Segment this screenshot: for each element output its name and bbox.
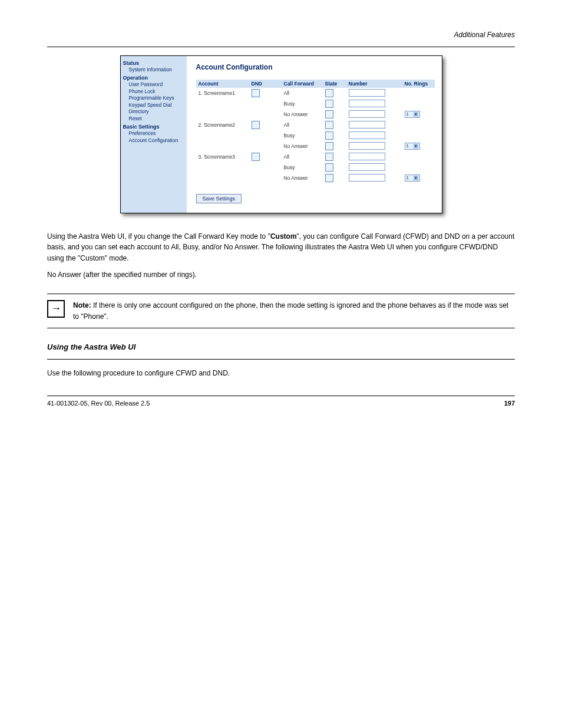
sidebar-item-directory[interactable]: Directory [129,108,184,115]
state-busy-checkbox[interactable] [325,131,333,140]
table-header-row: Account DND Call Forward State Number No… [196,80,435,88]
chevron-down-icon: ▾ [414,176,418,180]
col-call-forward: Call Forward [282,80,323,88]
sidebar-group-status: Status [123,60,184,67]
table-row: 2. Screenname2 All [196,120,435,130]
cfwd-all-label: All [282,88,323,98]
number-noanswer-input[interactable] [349,110,385,118]
cfwd-noanswer-label: No Answer [282,173,323,183]
account-config-screenshot: Status System Information Operation User… [120,55,442,213]
table-row: 1. Screenname1 All [196,88,435,98]
section-rule [47,359,515,360]
sidebar-group-basic-settings: Basic Settings [123,123,184,130]
section-header-text: Additional Features [47,29,515,41]
account-label: 3. Screenname3 [196,151,249,162]
sidebar-item-keypad-speed-dial[interactable]: Keypad Speed Dial [129,102,184,108]
chevron-down-icon: ▾ [414,144,418,149]
sidebar-item-preferences[interactable]: Preferences [129,130,184,137]
footer-left: 41-001302-05, Rev 00, Release 2.5 [47,400,150,407]
state-noanswer-checkbox[interactable] [325,142,333,150]
doc-para-answer: No Answer (after the specified number of… [47,269,515,281]
footer-page-number: 197 [504,400,515,407]
sidebar-item-reset[interactable]: Reset [129,116,184,122]
note-callout: → Note: If there is only one account con… [47,294,515,328]
arrow-right-icon: → [47,300,65,318]
table-row: No Answer 1▾ [196,109,435,120]
sidebar-group-operation: Operation [123,74,184,81]
header-rule [47,47,515,47]
state-busy-checkbox[interactable] [325,100,333,108]
doc-para-procedure: Use the following procedure to configure… [47,368,515,379]
table-row: No Answer 1▾ [196,173,435,183]
col-account: Account [196,80,249,88]
note-text: Note: If there is only one account confi… [73,300,515,322]
number-busy-input[interactable] [349,100,385,107]
chevron-down-icon: ▾ [414,112,418,117]
sidebar: Status System Information Operation User… [121,56,187,213]
table-row: Busy [196,98,435,109]
section-subtitle: Using the Aastra Web UI [47,341,515,353]
number-busy-input[interactable] [349,131,385,139]
sidebar-item-system-information[interactable]: System Information [129,67,184,73]
cfwd-noanswer-label: No Answer [282,109,323,120]
no-rings-select[interactable]: 1▾ [405,111,420,118]
sidebar-item-phone-lock[interactable]: Phone Lock [129,88,184,95]
cfwd-busy-label: Busy [282,130,323,141]
sidebar-item-programmable-keys[interactable]: Programmable Keys [129,95,184,101]
state-all-checkbox[interactable] [325,89,333,97]
state-noanswer-checkbox[interactable] [325,110,333,118]
no-rings-select[interactable]: 1▾ [405,143,420,150]
number-all-input[interactable] [349,153,385,160]
table-row: No Answer 1▾ [196,141,435,151]
number-noanswer-input[interactable] [349,174,385,182]
cfwd-busy-label: Busy [282,98,323,109]
cfwd-noanswer-label: No Answer [282,141,323,151]
col-state: State [323,80,346,88]
sidebar-item-account-configuration[interactable]: Account Configuration [129,137,184,144]
doc-para-custom: Using the Aastra Web UI, if you change t… [47,231,515,264]
col-number: Number [346,80,402,88]
number-busy-input[interactable] [349,163,385,171]
table-row: Busy [196,162,435,173]
account-table: Account DND Call Forward State Number No… [196,80,435,183]
table-row: 3. Screenname3 All [196,151,435,162]
col-no-rings: No. Rings [402,80,435,88]
state-all-checkbox[interactable] [325,153,333,161]
col-dnd: DND [249,80,282,88]
table-row: Busy [196,130,435,141]
content-panel: Account Configuration Account DND Call F… [187,56,442,213]
dnd-checkbox[interactable] [252,153,260,161]
dnd-checkbox[interactable] [252,121,260,129]
state-all-checkbox[interactable] [325,121,333,129]
page-title: Account Configuration [196,63,435,71]
sidebar-item-user-password[interactable]: User Password [129,81,184,88]
account-label: 1. Screenname1 [196,88,249,98]
cfwd-busy-label: Busy [282,162,323,173]
account-label: 2. Screenname2 [196,120,249,130]
page-footer: 41-001302-05, Rev 00, Release 2.5 197 [47,396,515,407]
state-busy-checkbox[interactable] [325,163,333,172]
dnd-checkbox[interactable] [252,89,260,97]
state-noanswer-checkbox[interactable] [325,174,333,182]
cfwd-all-label: All [282,151,323,162]
number-all-input[interactable] [349,89,385,97]
no-rings-select[interactable]: 1▾ [405,174,420,182]
cfwd-all-label: All [282,120,323,130]
save-settings-button[interactable]: Save Settings [196,194,242,203]
number-noanswer-input[interactable] [349,142,385,150]
number-all-input[interactable] [349,121,385,129]
